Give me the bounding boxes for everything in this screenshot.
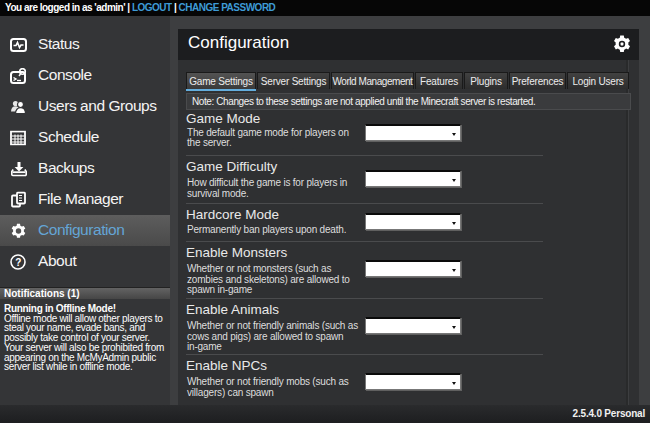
svg-text:?: ? [15, 256, 21, 267]
